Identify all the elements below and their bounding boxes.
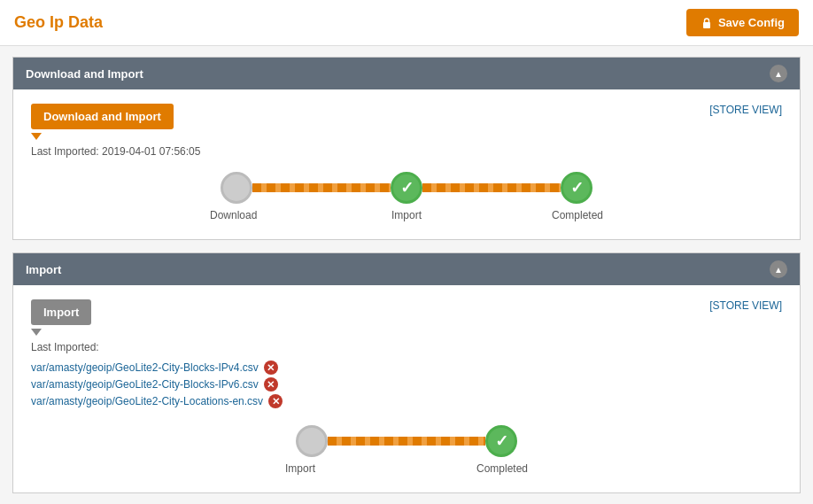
remove-file-3[interactable]: ✕ xyxy=(268,394,283,408)
download-step-circle xyxy=(221,172,252,204)
file-link-3[interactable]: var/amasty/geoip/GeoLite2-City-Locations… xyxy=(31,395,263,407)
import-section-title: Import xyxy=(26,263,61,276)
file-row-1: var/amasty/geoip/GeoLite2-City-Blocks-IP… xyxy=(31,361,283,375)
import-completed-checkmark: ✓ xyxy=(495,433,508,449)
download-import-last-imported: Last Imported: 2019-04-01 07:56:05 xyxy=(31,145,200,158)
import-step-circle: ✓ xyxy=(391,172,422,204)
save-config-label: Save Config xyxy=(718,16,785,29)
completed-label: Completed xyxy=(532,209,603,221)
import-arrow xyxy=(31,329,42,336)
import-step2-label: Completed xyxy=(457,462,528,475)
download-import-section: Download and Import ▲ Download and Impor… xyxy=(12,57,801,240)
import-bar xyxy=(328,437,485,446)
completed-checkmark: ✓ xyxy=(570,180,584,196)
download-import-store-view[interactable]: [STORE VIEW] xyxy=(709,104,782,116)
file-row-3: var/amasty/geoip/GeoLite2-City-Locations… xyxy=(31,394,283,408)
download-import-collapse-icon[interactable]: ▲ xyxy=(770,65,787,82)
save-config-button[interactable]: Save Config xyxy=(686,9,799,36)
bar-2 xyxy=(422,183,561,192)
import-progress: ✓ Import Completed xyxy=(31,425,782,475)
download-import-section-header: Download and Import ▲ xyxy=(13,58,800,89)
import-store-view[interactable]: [STORE VIEW] xyxy=(709,299,782,312)
file-link-2[interactable]: var/amasty/geoip/GeoLite2-City-Blocks-IP… xyxy=(31,378,259,391)
download-import-button-group: Download and Import Last Imported: 2019-… xyxy=(31,104,200,158)
completed-step-circle: ✓ xyxy=(561,172,592,204)
import-completed-circle: ✓ xyxy=(485,425,517,457)
import-last-imported: Last Imported: xyxy=(31,341,283,353)
download-import-arrow xyxy=(31,133,42,140)
download-import-section-title: Download and Import xyxy=(26,67,143,81)
download-import-progress: ✓ ✓ Download Import Completed xyxy=(31,172,782,221)
page-title: Geo Ip Data xyxy=(14,13,103,32)
bar-1 xyxy=(252,183,391,192)
import-button-group: Import Last Imported: var/amasty/geoip/G… xyxy=(31,299,283,411)
import-step1-label: Import xyxy=(285,462,356,475)
download-import-row-top: Download and Import Last Imported: 2019-… xyxy=(31,104,782,158)
svg-rect-0 xyxy=(703,22,710,28)
download-import-track: ✓ ✓ xyxy=(221,172,592,204)
import-file-list: var/amasty/geoip/GeoLite2-City-Blocks-IP… xyxy=(31,361,283,408)
import-section-header: Import ▲ xyxy=(13,253,800,285)
download-label: Download xyxy=(210,209,281,221)
import-step-labels: Import Completed xyxy=(296,462,517,475)
import-label: Import xyxy=(371,209,442,221)
import-row-top: Import Last Imported: var/amasty/geoip/G… xyxy=(31,299,782,411)
import-collapse-icon[interactable]: ▲ xyxy=(770,260,787,278)
download-import-button[interactable]: Download and Import xyxy=(31,104,174,129)
file-link-1[interactable]: var/amasty/geoip/GeoLite2-City-Blocks-IP… xyxy=(31,361,259,374)
import-section: Import ▲ Import Last Imported: var/amast… xyxy=(12,252,801,493)
import-step1-circle xyxy=(296,425,328,457)
lock-icon xyxy=(701,17,713,29)
remove-file-2[interactable]: ✕ xyxy=(264,377,278,392)
import-section-body: Import Last Imported: var/amasty/geoip/G… xyxy=(13,285,800,492)
download-import-step-labels: Download Import Completed xyxy=(221,209,592,221)
page-header: Geo Ip Data Save Config xyxy=(0,0,813,46)
import-track: ✓ xyxy=(296,425,517,457)
main-content: Download and Import ▲ Download and Impor… xyxy=(0,46,813,504)
download-import-section-body: Download and Import Last Imported: 2019-… xyxy=(13,89,800,239)
import-checkmark: ✓ xyxy=(400,180,414,196)
remove-file-1[interactable]: ✕ xyxy=(264,361,278,375)
import-button[interactable]: Import xyxy=(31,299,91,325)
file-row-2: var/amasty/geoip/GeoLite2-City-Blocks-IP… xyxy=(31,377,283,392)
